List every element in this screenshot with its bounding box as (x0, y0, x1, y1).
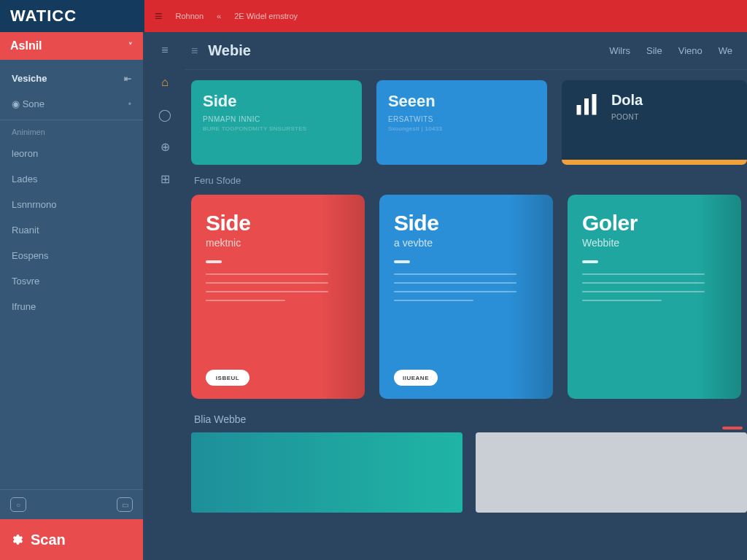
sidebar-item[interactable]: Ifrune (0, 294, 143, 319)
sidebar-item[interactable]: Lades (0, 166, 143, 192)
section-label: Blia Webbe (194, 413, 747, 425)
tab-wilrs[interactable]: Wilrs (609, 45, 630, 56)
home-icon[interactable]: ⌂ (157, 74, 173, 90)
scan-button[interactable]: Scan (0, 519, 143, 560)
sidebar-secondary: ≡ ⌂ ◯ ⊕ ⊞ (144, 32, 185, 560)
scan-label: Scan (31, 532, 66, 548)
card-title: Goler (582, 211, 727, 236)
menu-icon[interactable]: ≡ (155, 9, 163, 24)
breadcrumb-item[interactable]: Rohnon (176, 12, 204, 20)
card-meta: Sxoongestt | 10433 (388, 125, 535, 132)
card-meta: mektnic (206, 237, 350, 249)
svg-rect-1 (584, 98, 589, 115)
card-meta: BURE TOGPONDMITY SNSURSTES (203, 125, 350, 132)
sidebar-item-vesiche[interactable]: Vesiche ⇤ (0, 66, 143, 91)
card-side[interactable]: Side Pnmapn innic BURE TOGPONDMITY SNSUR… (191, 80, 362, 165)
swatch-gray[interactable] (476, 432, 747, 513)
sidebar-item-label: Vesiche (12, 73, 47, 84)
sidebar-group: Aninimen (0, 123, 143, 141)
card-title: Seeen (388, 92, 535, 111)
card-title: Side (206, 211, 350, 236)
card-large-goler[interactable]: Goler Webbite (568, 195, 741, 399)
card-title: Side (203, 92, 350, 111)
card-subtitle: Poont (611, 113, 735, 121)
card-large-side-blue[interactable]: Side a vevbte IIUEANE (379, 195, 553, 399)
card-title: Side (394, 211, 538, 236)
app-logo: WATICC (0, 0, 144, 32)
sidebar-primary: Aslnil ˅ Vesiche ⇤ ◉ Sone • Aninimen leo… (0, 32, 144, 560)
sidebar-item[interactable]: Eospens (0, 243, 143, 268)
card-title: Dola (611, 92, 735, 109)
sidebar-section-header[interactable]: Aslnil ˅ (0, 32, 143, 60)
card-meta: Webbite (582, 237, 727, 249)
circle-icon[interactable]: ◯ (157, 106, 173, 122)
tab-we[interactable]: We (719, 45, 732, 56)
sidebar-item[interactable]: leoron (0, 141, 143, 166)
card-subtitle: Pnmapn innic (203, 115, 350, 123)
search-icon[interactable]: ⊕ (157, 139, 173, 155)
chart-icon (573, 92, 600, 118)
collapse-icon: ⇤ (124, 74, 131, 84)
menu-icon[interactable]: ≡ (157, 42, 173, 58)
sidebar-item-sone[interactable]: ◉ Sone • (0, 91, 143, 117)
sidebar-section-label: Aslnil (10, 39, 42, 52)
card-button[interactable]: ISBEUL (206, 370, 249, 386)
settings-icon[interactable]: ○ (10, 497, 26, 512)
card-button[interactable]: IIUEANE (394, 370, 438, 386)
card-meta: a vevbte (394, 237, 538, 249)
sidebar-item[interactable]: Ruanit (0, 217, 143, 243)
main-content: ≡ Webie Wilrs Sile Vieno We Side Pnmapn … (185, 32, 747, 560)
tab-vieno[interactable]: Vieno (678, 45, 703, 56)
minimize-icon[interactable]: ▭ (117, 497, 133, 512)
tab-sile[interactable]: Sile (646, 45, 662, 56)
card-large-side-red[interactable]: Side mektnic ISBEUL (191, 195, 365, 399)
swatch-teal[interactable] (191, 432, 462, 513)
dot-icon: • (128, 99, 131, 109)
gear-icon (10, 533, 23, 546)
sidebar-item-label: ◉ Sone (12, 98, 44, 109)
card-subtitle: Ersatwits (388, 115, 535, 123)
tab-bar: Wilrs Sile Vieno We (609, 45, 732, 56)
sidebar-item[interactable]: Tosvre (0, 268, 143, 294)
grid-icon[interactable]: ⊞ (157, 171, 173, 187)
menu-icon[interactable]: ≡ (191, 44, 198, 58)
breadcrumb-sep: « (217, 12, 221, 20)
svg-rect-0 (576, 105, 581, 115)
chevron-down-icon: ˅ (128, 42, 133, 51)
topbar: ≡ Rohnon « 2E Widel ernstroy (144, 0, 747, 32)
sidebar-item[interactable]: Lsnnrnono (0, 192, 143, 217)
page-title: Webie (208, 42, 251, 59)
breadcrumb-item[interactable]: 2E Widel ernstroy (234, 12, 298, 20)
section-label: Feru Sfode (194, 175, 747, 186)
svg-rect-2 (592, 94, 596, 115)
card-dola[interactable]: Dola Poont (562, 80, 747, 165)
card-seeen[interactable]: Seeen Ersatwits Sxoongestt | 10433 (376, 80, 547, 165)
